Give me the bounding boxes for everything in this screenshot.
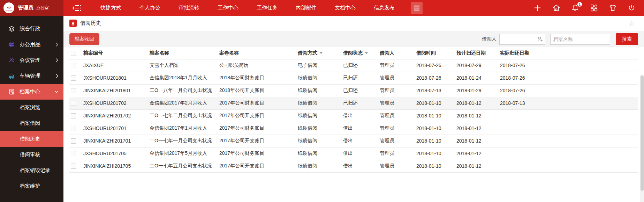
cell-borrow-method: 纸质借阅 <box>296 84 342 97</box>
table-row[interactable]: JINXINKAIZHI201701 二O一七年一月公司支出状况 2017年公司… <box>69 135 638 147</box>
submenu-item-label: 档案浏览 <box>20 104 40 111</box>
submenu-item[interactable]: 借阅历史 <box>0 131 63 147</box>
infinity-logo-icon: ∞ <box>7 5 11 10</box>
submenu-item[interactable]: 档案浏览 <box>0 100 63 115</box>
toolbar: 档案收回 借阅人 搜索 <box>63 31 644 47</box>
row-checkbox[interactable] <box>71 138 76 144</box>
table-row[interactable]: JXAIXUE 艾雪个人档案 公司职员简历 电子借阅 已归还 管理员 2018-… <box>69 59 638 72</box>
table-row[interactable]: JINXINKAIZHI201702 二O一七年二月公司支出状况 2017年公司… <box>69 109 638 122</box>
cell-borrower: 管理员 <box>378 109 415 122</box>
table-row[interactable]: JXSHOURU201701 金信集团2017年1月月收入 2017年公司财务账… <box>69 122 638 135</box>
cell-folder-name: 2017年公司财务账目 <box>218 122 296 135</box>
person-add-icon[interactable] <box>537 36 544 44</box>
logout-power-icon[interactable] <box>628 4 636 12</box>
sidebar-item-vehicle-management[interactable]: 车辆管理 <box>0 68 63 84</box>
row-checkbox[interactable] <box>71 113 76 118</box>
top-menu-item[interactable]: 内部邮件 <box>287 0 326 16</box>
cell-folder-name: 2017年公司财务账目 <box>218 97 296 109</box>
top-menu-item[interactable]: 文档中心 <box>326 0 365 16</box>
cell-folder-name: 2017年公司开支账目 <box>218 109 296 122</box>
sidebar-item-archive-center[interactable]: 档案中心 <box>0 84 63 100</box>
cell-archive-no: JXSHOURU201702 <box>82 97 148 109</box>
more-menu-icon[interactable] <box>411 2 423 14</box>
cell-expected-return-date: 2018-01-24 <box>455 72 499 84</box>
row-checkbox[interactable] <box>71 151 76 156</box>
cell-archive-no: JXSHOURU201701 <box>82 122 148 135</box>
top-menu-item[interactable]: 快捷方式 <box>91 0 130 16</box>
brand-area[interactable]: ∞ 华天动力 管理员 -办公室 <box>0 0 63 16</box>
cell-borrow-method: 纸质借阅 <box>296 72 342 84</box>
top-menu-item[interactable]: 工作任务 <box>248 0 287 16</box>
filter-arrow-icon[interactable] <box>365 52 368 54</box>
col-borrow-method[interactable]: 借阅方式 <box>296 47 342 59</box>
cell-borrower: 管理员 <box>378 97 415 109</box>
submenu-item-label: 借阅历史 <box>20 136 40 142</box>
submenu-item[interactable]: 档案借阅 <box>0 115 63 131</box>
cell-borrow-status: 借出 <box>342 122 378 135</box>
scrollbar-thumb[interactable] <box>641 75 644 191</box>
col-archive-name: 档案名称 <box>148 47 218 59</box>
col-expected-return-date: 预计归还日期 <box>455 47 499 59</box>
favorite-star-icon[interactable]: ☆ <box>629 20 635 27</box>
sidebar-item-label: 会议管理 <box>20 57 54 64</box>
cell-borrow-status: 借出 <box>342 160 378 172</box>
vertical-scrollbar[interactable] <box>640 75 644 202</box>
company-logo: ∞ 华天动力 <box>3 2 14 13</box>
row-checkbox[interactable] <box>71 63 76 68</box>
row-checkbox[interactable] <box>71 88 76 93</box>
topbar-icons: 1 <box>533 4 644 12</box>
sidebar-item-general-admin[interactable]: 综合行政 <box>0 21 63 37</box>
apps-grid-icon[interactable] <box>590 4 598 12</box>
submenu-item-label: 档案销毁记录 <box>20 167 50 174</box>
cell-expected-return-date: 2018-01-12 <box>455 97 499 109</box>
submenu-item-label: 档案维护 <box>20 183 40 189</box>
recall-archive-button[interactable]: 档案收回 <box>69 33 99 45</box>
car-icon <box>8 73 15 80</box>
cell-archive-name: 二O一七年二月公司支出状况 <box>148 109 218 122</box>
cell-archive-name: 金信集团2018年1月月收入 <box>148 72 218 84</box>
cell-expected-return-date: 2018-01-12 <box>455 160 499 172</box>
select-all-checkbox[interactable] <box>71 51 76 56</box>
home-icon[interactable] <box>552 4 560 12</box>
top-menu-item[interactable]: 工作中心 <box>209 0 248 16</box>
col-archive-no: 档案编号 <box>82 47 148 59</box>
cell-borrow-time: 2018-01-10 <box>415 135 455 147</box>
cell-borrower: 管理员 <box>378 160 415 172</box>
cell-expected-return-date: 2018-01-29 <box>455 84 499 97</box>
cell-archive-name: 金信集团2017年1月月收入 <box>148 122 218 135</box>
table-row[interactable]: JINXINKAIZHI201801 二O一八年一月公司支出状况 2018年公司… <box>69 84 638 97</box>
theme-shirt-icon[interactable] <box>609 4 617 12</box>
table-row[interactable]: JINXINKAIZHI201705 二O一七年五月公司支出状况 2017年公司… <box>69 160 638 172</box>
search-button[interactable]: 搜索 <box>616 33 638 45</box>
cell-archive-name: 金信集团2017年2月月收入 <box>148 97 218 109</box>
submenu-item[interactable]: 借阅审核 <box>0 147 63 163</box>
top-menu-item[interactable]: 审批流转 <box>169 0 209 16</box>
col-borrow-status[interactable]: 借阅状态 <box>342 47 378 59</box>
row-checkbox[interactable] <box>71 164 76 169</box>
table-row[interactable]: JXSHOURU201705 金信集团2017年5月月收入 2017年公司财务账… <box>69 147 638 160</box>
add-icon[interactable] <box>533 4 541 12</box>
cell-borrow-time: 2018-01-10 <box>415 147 455 160</box>
row-checkbox[interactable] <box>71 101 76 106</box>
cell-borrow-method: 纸质借阅 <box>296 160 342 172</box>
table-header-row: 档案编号 档案名称 案卷名称 借阅方式 借阅状态 借阅人 借阅时间 预计归还日期… <box>69 47 638 59</box>
row-checkbox[interactable] <box>71 75 76 81</box>
table-row[interactable]: JXSHOURU201702 金信集团2017年2月月收入 2017年公司财务账… <box>69 97 638 109</box>
submenu-item[interactable]: 档案销毁记录 <box>0 163 63 178</box>
row-checkbox[interactable] <box>71 126 76 131</box>
cell-actual-return-date <box>499 135 638 147</box>
col-borrower: 借阅人 <box>378 47 415 59</box>
sidebar-item-label: 办公用品 <box>20 41 54 48</box>
sidebar-item-office-supplies[interactable]: 办公用品 <box>0 37 63 52</box>
cell-borrow-method: 电子借阅 <box>296 59 342 72</box>
top-menu-item[interactable]: 个人办公 <box>130 0 169 16</box>
submenu-item[interactable]: 档案维护 <box>0 178 63 194</box>
archive-name-input[interactable] <box>550 34 610 45</box>
filter-arrow-icon[interactable] <box>320 52 323 54</box>
notifications-bell-icon[interactable]: 1 <box>571 4 579 12</box>
top-menu-item[interactable]: 信息发布 <box>365 0 404 16</box>
sidebar-collapse-icon[interactable] <box>72 4 82 12</box>
table-row[interactable]: JXSHOURU201801 金信集团2018年1月月收入 2018年公司财务账… <box>69 72 638 84</box>
cell-expected-return-date: 2018-01-12 <box>455 135 499 147</box>
sidebar-item-meeting-management[interactable]: 会议管理 <box>0 52 63 68</box>
